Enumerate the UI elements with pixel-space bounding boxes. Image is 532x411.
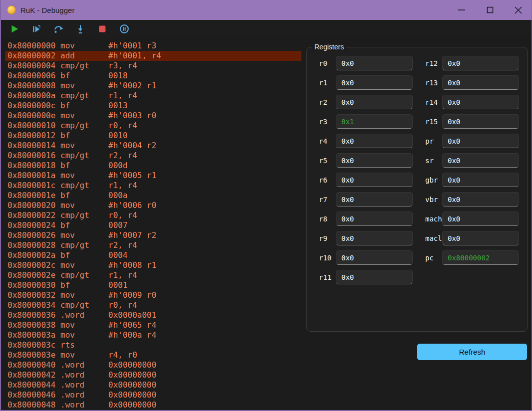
disassembly-line[interactable]: 0x8000003emovr4, r0 [5, 350, 301, 360]
register-row-r13: r13 [425, 75, 519, 90]
disassembly-line[interactable]: 0x80000040.word0x00000000 [5, 360, 301, 370]
register-label-r10: r10 [319, 254, 336, 262]
disasm-mnem: bf [60, 220, 108, 230]
register-value-macl[interactable] [442, 231, 519, 245]
disassembly-line[interactable]: 0x8000001ccmp/gtr1, r4 [5, 181, 301, 191]
disassembly-line[interactable]: 0x80000048.word0x00000000 [5, 400, 301, 410]
disassembly-line[interactable]: 0x80000018bf000d [5, 161, 301, 171]
disassembly-line[interactable]: 0x8000002abf0004 [5, 250, 301, 260]
disassembly-line[interactable]: 0x80000036.word0x0000a001 [5, 310, 301, 320]
register-value-r12[interactable] [442, 56, 519, 70]
register-label-r6: r6 [319, 176, 336, 184]
disasm-ops: #h'0006 r0 [108, 201, 156, 210]
stop-button[interactable] [96, 23, 108, 35]
registers-left-column: r0r1r2r3r4r5r6r7r8r9r10r11 [319, 56, 413, 289]
step-button[interactable] [30, 23, 42, 35]
register-value-r2[interactable] [336, 95, 413, 109]
disassembly-line[interactable]: 0x80000042.word0x00000000 [5, 370, 301, 380]
disassembly-line[interactable]: 0x80000038mov#h'0065 r4 [5, 320, 301, 330]
disassembly-line[interactable]: 0x8000003amov#h'000a r4 [5, 330, 301, 340]
disasm-ops: #h'0001, r4 [108, 51, 161, 60]
debugger-window: RuK - Debugger [0, 0, 532, 411]
disassembly-line[interactable]: 0x80000014mov#h'0004 r2 [5, 141, 301, 151]
disassembly-line[interactable]: 0x80000004cmp/gtr3, r4 [5, 61, 301, 71]
disasm-mnem: rts [60, 340, 108, 350]
register-label-r11: r11 [319, 273, 336, 281]
disassembly-line[interactable]: 0x8000002ecmp/gtr1, r4 [5, 270, 301, 280]
register-value-r4[interactable] [336, 134, 413, 148]
disassembly-line[interactable]: 0x80000034cmp/gtr0, r4 [5, 300, 301, 310]
register-value-r9[interactable] [336, 231, 413, 245]
disasm-addr: 0x80000024 [7, 220, 60, 230]
disassembly-line[interactable]: 0x80000020mov#h'0006 r0 [5, 201, 301, 210]
disassembly-line[interactable]: 0x80000000mov#h'0001 r3 [5, 41, 301, 51]
register-value-r15[interactable] [442, 114, 519, 129]
disassembly-line[interactable]: 0x80000022cmp/gtr0, r4 [5, 210, 301, 220]
close-button[interactable] [504, 0, 532, 20]
disassembly-line[interactable]: 0x80000016cmp/gtr2, r4 [5, 151, 301, 161]
register-value-pr[interactable] [442, 134, 519, 148]
disasm-mnem: mov [60, 141, 108, 151]
register-label-r13: r13 [425, 79, 442, 87]
disasm-mnem: bf [60, 131, 108, 141]
disassembly-line[interactable]: 0x80000030bf0001 [5, 280, 301, 290]
register-value-r10[interactable] [336, 250, 413, 265]
disasm-mnem: cmp/gt [60, 121, 108, 131]
register-value-r0[interactable] [336, 56, 413, 70]
minimize-button[interactable] [447, 0, 476, 20]
disasm-addr: 0x80000012 [7, 131, 60, 141]
disassembly-line[interactable]: 0x80000024bf0007 [5, 220, 301, 230]
register-value-vbr[interactable] [442, 192, 519, 206]
register-value-r5[interactable] [336, 153, 413, 168]
register-value-r1[interactable] [336, 75, 413, 90]
register-value-r3[interactable] [336, 114, 413, 129]
register-value-pc[interactable] [442, 250, 519, 265]
titlebar[interactable]: RuK - Debugger [0, 0, 532, 20]
disassembly-line[interactable]: 0x80000026mov#h'0007 r2 [5, 230, 301, 240]
disasm-addr: 0x80000032 [7, 290, 60, 300]
register-row-r6: r6 [319, 173, 413, 187]
pause-button[interactable] [118, 23, 130, 35]
disassembly-line[interactable]: 0x80000010cmp/gtr0, r4 [5, 121, 301, 131]
step-over-button[interactable] [52, 23, 64, 35]
disassembly-line[interactable]: 0x80000006bf0018 [5, 71, 301, 81]
disassembly-line[interactable]: 0x8000000acmp/gtr1, r4 [5, 91, 301, 101]
disasm-mnem: mov [60, 81, 108, 91]
disassembly-line[interactable]: 0x8000003crts [5, 340, 301, 350]
disassembly-line[interactable]: 0x80000032mov#h'0009 r0 [5, 290, 301, 300]
register-value-sr[interactable] [442, 153, 519, 168]
disassembly-line[interactable]: 0x8000000emov#h'0003 r0 [5, 111, 301, 121]
register-value-r11[interactable] [336, 270, 413, 284]
register-label-gbr: gbr [425, 176, 442, 184]
disassembly-line[interactable]: 0x8000001ebf000a [5, 191, 301, 201]
disassembly-line[interactable]: 0x80000028cmp/gtr2, r4 [5, 240, 301, 250]
disassembly-line[interactable]: 0x80000012bf0010 [5, 131, 301, 141]
register-value-gbr[interactable] [442, 173, 519, 187]
maximize-button[interactable] [476, 0, 504, 20]
disasm-ops: #h'0001 r3 [108, 41, 156, 50]
disasm-addr: 0x80000022 [7, 210, 60, 220]
disassembly-line-current[interactable]: 0x80000002add#h'0001, r4 [5, 51, 301, 61]
disasm-ops: r3, r4 [108, 61, 137, 70]
run-button[interactable] [8, 23, 20, 35]
register-value-r14[interactable] [442, 95, 519, 109]
register-value-r13[interactable] [442, 75, 519, 90]
register-value-r8[interactable] [336, 211, 413, 226]
register-value-mach[interactable] [442, 211, 519, 226]
disasm-mnem: mov [60, 230, 108, 240]
disasm-mnem: mov [60, 171, 108, 181]
disasm-mnem: cmp/gt [60, 151, 108, 161]
register-label-r9: r9 [319, 234, 336, 242]
disassembly-line[interactable]: 0x8000000cbf0013 [5, 101, 301, 111]
register-label-r14: r14 [425, 98, 442, 106]
disassembly-line[interactable]: 0x80000046.word0x00000000 [5, 390, 301, 400]
register-row-gbr: gbr [425, 173, 519, 187]
step-into-button[interactable] [74, 23, 86, 35]
register-value-r6[interactable] [336, 173, 413, 187]
disassembly-line[interactable]: 0x8000001amov#h'0005 r1 [5, 171, 301, 181]
disassembly-line[interactable]: 0x8000002cmov#h'0008 r1 [5, 260, 301, 270]
disassembly-line[interactable]: 0x80000008mov#h'0002 r1 [5, 81, 301, 91]
refresh-button[interactable]: Refresh [417, 344, 527, 360]
disassembly-line[interactable]: 0x80000044.word0x00000000 [5, 380, 301, 390]
register-value-r7[interactable] [336, 192, 413, 206]
